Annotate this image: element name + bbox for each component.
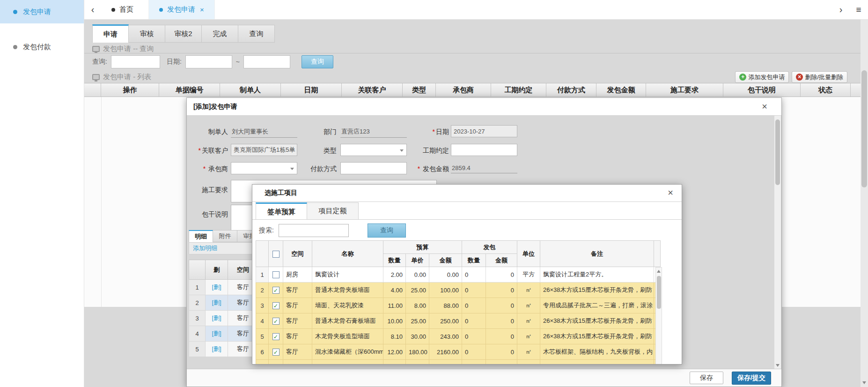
customer-label: *关联客户 [187,147,228,155]
delete-row-link[interactable]: [删] [208,314,225,321]
row-checkbox[interactable] [272,271,280,278]
row-checkbox[interactable] [272,349,280,356]
picker-title: 选施工项目 [265,189,297,197]
amount-column-header: 金额 [429,254,462,267]
row-price: 25.00 [406,313,429,329]
delete-row-link[interactable]: [删] [208,283,225,290]
list-column-header[interactable]: 承包商 [436,83,491,97]
list-column-header[interactable]: 包干说明 [723,83,801,97]
budget-item-row[interactable]: 5 客厅 木龙骨夹板造型墙面 8.10 30.00 243.00 0 0 ㎡ 2… [256,329,661,344]
list-column-header[interactable]: 日期 [281,83,342,97]
save-button[interactable]: 保存 [690,372,723,384]
workflow-tab[interactable]: 申请 [92,24,129,43]
list-column-header[interactable]: 单据编号 [159,83,220,97]
budget-item-row[interactable]: 2 客厅 普通木龙骨夹板墙面 4.00 25.00 100.00 0 0 ㎡ 2… [256,283,661,298]
list-column-header[interactable]: 付款方式 [546,83,596,97]
add-application-button[interactable]: + 添加发包申请 [735,71,789,83]
back-chevron-icon[interactable]: ‹ [84,0,101,19]
query-button[interactable]: 查询 [302,55,333,68]
budget-item-row[interactable]: 4 客厅 普通木龙骨石膏板墙面 10.00 25.00 250.00 0 0 ㎡… [256,313,661,329]
list-column-header[interactable]: 施工要求 [646,83,723,97]
modal-scroll-down-icon[interactable] [776,364,780,367]
modal-scrollbar[interactable] [774,116,781,369]
row-out-amount: 0 [486,267,517,283]
contractor-dropdown[interactable] [231,162,297,174]
row-unit: ㎡ [517,298,540,313]
page-scrollbar[interactable] [861,20,868,387]
sidebar-item[interactable]: 发包付款 [0,35,84,59]
detail-tab[interactable]: 附件 [213,230,237,242]
add-detail-link[interactable]: 添加明细 [189,244,221,253]
page-tab[interactable]: 首页 [101,0,149,19]
add-modal-close-icon[interactable]: × [762,102,767,111]
row-number: 2 [256,283,269,298]
picker-tab[interactable]: 项目定额 [307,202,359,220]
duration-input[interactable] [451,144,517,156]
row-checkbox[interactable] [272,302,280,309]
row-out-amount: 0 [486,344,517,360]
customer-dropdown[interactable]: 奥克斯国际广场1栋5单 [231,144,297,156]
row-checkbox[interactable] [272,287,280,294]
row-checkbox[interactable] [272,318,280,325]
row-out-amount: 0 [486,360,517,365]
payment-input[interactable] [340,162,407,174]
workflow-tabs: 申请 审核 审核2 完成 查询 [92,24,275,43]
delete-row-link[interactable]: [删] [208,330,225,337]
row-amount: 0.00 [429,267,462,283]
detail-tab[interactable]: 明细 [189,230,213,242]
date-field-value[interactable]: 2023-10-27 [451,125,517,137]
row-qty: 2.30 [383,360,406,365]
picker-query-button[interactable]: 查询 [368,223,406,238]
workflow-tab[interactable]: 查询 [238,25,275,43]
type-dropdown[interactable] [340,144,407,156]
row-amount: 88.00 [429,298,462,313]
picker-close-icon[interactable]: × [668,188,673,197]
date-to-input[interactable] [243,55,290,68]
detail-tab-label: 明细 [195,232,207,241]
list-column-header[interactable]: 操作 [101,83,159,97]
date-from-input[interactable] [185,55,232,68]
tab-close-icon[interactable]: × [200,6,204,14]
list-column-header[interactable]: 类型 [403,83,436,97]
sidebar-item[interactable]: 发包申请 [0,0,84,23]
detail-rowno-header [189,260,206,280]
page-scrollbar-thumb[interactable] [861,70,867,187]
list-column-header[interactable]: 关联客户 [342,83,403,97]
row-space: 客厅 [283,360,312,365]
delete-row-link[interactable]: [删] [208,345,225,352]
workflow-tab[interactable]: 审核2 [165,25,202,43]
hamburger-menu-icon[interactable]: ≡ [849,0,868,19]
delete-row-link[interactable]: [删] [208,299,225,306]
delete-batch-button[interactable]: × 删除/批量删除 [792,71,847,83]
detail-row-number: 2 [189,295,206,311]
budget-item-row[interactable]: 1 厨房 飘窗设计 2.00 0.00 0.00 0 0 平方 飘窗设计工程量2… [256,267,661,283]
scroll-down-icon[interactable] [862,381,866,384]
select-all-checkbox[interactable] [272,251,280,258]
sidebar-item-label: 发包申请 [23,7,51,16]
row-checkbox[interactable] [272,333,280,340]
budget-item-row[interactable]: 6 客厅 混水漆储藏柜（深600mm 12.00 180.00 2160.00 … [256,344,661,360]
workflow-tab[interactable]: 审核 [129,25,165,43]
picker-tab[interactable]: 签单预算 [256,202,307,220]
budget-item-row[interactable]: 3 客厅 墙面、天花乳胶漆 11.00 8.00 88.00 0 0 ㎡ 专用成… [256,298,661,313]
row-out-amount: 0 [486,329,517,344]
row-out-qty: 0 [462,267,486,283]
page-tab[interactable]: 发包申请 × [149,0,215,19]
list-column-header[interactable]: 制单人 [220,83,281,97]
forward-chevron-icon[interactable]: › [832,0,849,19]
dept-value: 直营店123 [340,126,407,138]
list-column-header[interactable]: 工期约定 [491,83,546,97]
keyword-input[interactable] [111,55,160,68]
picker-scrollbar-thumb[interactable] [657,276,661,309]
budget-item-row[interactable]: 7 客厅 墙面、天花乳胶漆 2.30 8.00 18.40 0 0 ㎡ 专用成品… [256,360,661,365]
save-submit-button[interactable]: 保存/提交 [732,372,771,385]
row-checkbox[interactable] [272,364,280,365]
picker-search-input[interactable] [279,224,349,237]
row-unit: ㎡ [517,329,540,344]
picker-table-scrollbar[interactable] [655,267,662,365]
list-column-header[interactable]: 状态 [801,83,851,97]
workflow-tab[interactable]: 完成 [202,25,238,43]
list-column-header[interactable]: 发包金额 [596,83,646,97]
modal-scrollbar-thumb[interactable] [775,119,780,185]
scroll-up-icon[interactable] [657,270,661,273]
